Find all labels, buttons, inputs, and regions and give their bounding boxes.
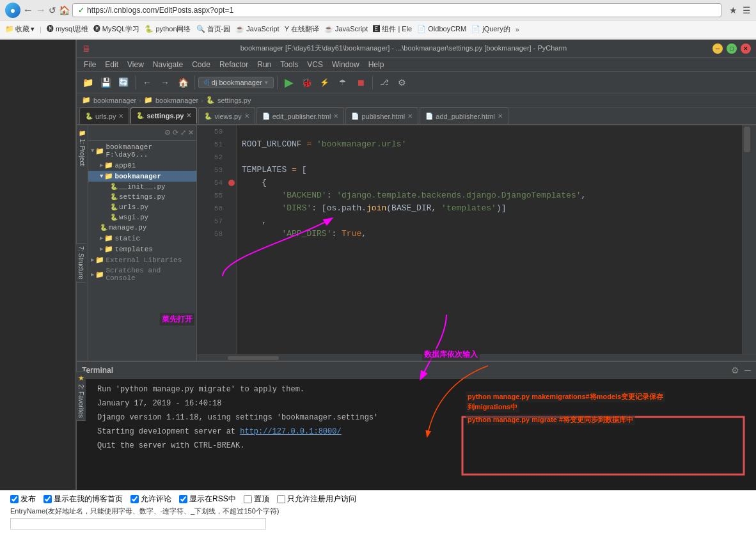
tree-item-scratches[interactable]: ▶ 📁 Scratches and Console: [88, 265, 196, 283]
stop-btn[interactable]: ⏹: [352, 74, 369, 91]
bookmark-more[interactable]: »: [516, 26, 519, 33]
publisher-close[interactable]: ✕: [407, 113, 413, 120]
menu-edit[interactable]: Edit: [100, 59, 123, 70]
allow-comment-input[interactable]: [130, 495, 139, 503]
tree-item-app01[interactable]: ▶ 📁 app01: [88, 160, 196, 171]
bookmark-element[interactable]: 🅴 组件 | Ele: [373, 24, 412, 34]
refresh-button[interactable]: ↺: [49, 5, 56, 15]
url-bar[interactable]: ✓ https://i.cnblogs.com/EditPosts.aspx?o…: [72, 3, 721, 17]
member-only-input[interactable]: [277, 495, 285, 503]
minimize-button[interactable]: ─: [713, 43, 723, 54]
breadcrumb-settings[interactable]: settings.py: [217, 97, 251, 104]
tree-item-init[interactable]: 🐍 __init__.py: [88, 182, 196, 192]
tab-publisher[interactable]: 📄 publisher.html ✕: [345, 107, 418, 124]
show-rss-check[interactable]: 显示在RSS中: [179, 494, 236, 505]
panel-sync-icon[interactable]: ⟳: [173, 129, 178, 137]
urls-py-close[interactable]: ✕: [118, 113, 123, 120]
views-py-close[interactable]: ✕: [244, 113, 249, 120]
bookmark-crm[interactable]: 📄 OldboyCRM: [417, 25, 466, 33]
menu-vcs[interactable]: VCS: [303, 59, 327, 70]
menu-icon[interactable]: ☰: [743, 5, 751, 15]
bookmark-python[interactable]: 🐍 python网络: [145, 24, 191, 34]
tree-item-root[interactable]: ▼ 📁 bookmanager F:\day6...: [88, 142, 196, 160]
tree-item-urls[interactable]: 🐍 urls.py: [88, 202, 196, 212]
show-blog-input[interactable]: [43, 495, 52, 503]
server-url[interactable]: http://127.0.0.1:8000/: [240, 427, 341, 436]
forward-button[interactable]: →: [36, 4, 46, 16]
back-nav-btn[interactable]: ←: [139, 74, 155, 91]
structure-tab[interactable]: 7: Structure: [75, 243, 86, 283]
bookmark-mysql-siweidao[interactable]: 🅜 mysql思维: [47, 24, 88, 34]
tree-item-static[interactable]: ▶ 📁 static: [88, 233, 196, 244]
tab-views[interactable]: 🐍 views.py ✕: [198, 107, 255, 124]
panel-expand-icon[interactable]: ⤢: [180, 129, 186, 137]
menu-window[interactable]: Window: [327, 59, 364, 70]
forward-nav-btn[interactable]: →: [157, 74, 173, 91]
tree-item-settings[interactable]: 🐍 settings.py: [88, 192, 196, 202]
tab-edit-publisher[interactable]: 📄 edit_publisher.html ✕: [256, 107, 345, 124]
project-dropdown[interactable]: dj dj bookmanager ▾: [198, 77, 274, 88]
settings-btn[interactable]: ⚙: [394, 74, 411, 91]
tab-settings[interactable]: 🐍 settings.py ✕: [130, 107, 197, 124]
tree-item-ext-libs[interactable]: ▶ 📁 External Libraries: [88, 255, 196, 265]
breadcrumb-sep-2: ›: [201, 97, 203, 104]
home-button[interactable]: 🏠: [59, 5, 70, 15]
menu-navigate[interactable]: Navigate: [148, 59, 187, 70]
terminal-settings-icon[interactable]: ⚙: [731, 365, 739, 375]
back-button[interactable]: ←: [23, 4, 33, 16]
bookmark-folder[interactable]: 📁 收藏 ▾: [5, 24, 35, 34]
tab-add-publisher[interactable]: 📄 add_publisher.html ✕: [420, 107, 508, 124]
profile-btn[interactable]: ⚡: [317, 74, 333, 91]
debug-btn[interactable]: 🐞: [299, 74, 315, 91]
coverage-btn[interactable]: ☂: [335, 74, 351, 91]
panel-close-icon[interactable]: ✕: [188, 129, 194, 137]
code-content[interactable]: ROOT_URLCONF = 'bookmanager.urls' TEMPLA…: [237, 125, 742, 354]
menu-run[interactable]: Run: [253, 59, 276, 70]
menu-help[interactable]: Help: [364, 59, 389, 70]
menu-tools[interactable]: Tools: [276, 59, 303, 70]
show-rss-input[interactable]: [179, 495, 187, 503]
tab-urls[interactable]: 🐍 urls.py ✕: [79, 107, 129, 124]
tree-item-manage[interactable]: 🐍 manage.py: [88, 223, 196, 233]
publish-input[interactable]: [10, 495, 19, 503]
tree-item-templates[interactable]: ▶ 📁 templates: [88, 244, 196, 255]
allow-comment-check[interactable]: 允许评论: [130, 494, 171, 505]
sync-btn[interactable]: 🔄: [115, 74, 132, 91]
star-icon[interactable]: ★: [729, 5, 737, 15]
maximize-button[interactable]: □: [727, 43, 737, 54]
bookmark-jquery[interactable]: 📄 jQuery的: [471, 24, 510, 34]
add-pub-close[interactable]: ✕: [498, 113, 503, 120]
publish-check[interactable]: 发布: [10, 494, 36, 505]
menu-file[interactable]: File: [79, 59, 100, 70]
favorites-tab[interactable]: ★ 2: Favorites: [75, 371, 86, 421]
menu-code[interactable]: Code: [187, 59, 215, 70]
tree-item-bookmanager-sub[interactable]: ▼ 📁 bookmanager: [88, 171, 196, 182]
menu-refactor[interactable]: Refactor: [215, 59, 253, 70]
panel-settings-icon[interactable]: ⚙: [164, 129, 171, 137]
show-blog-check[interactable]: 显示在我的博客首页: [43, 494, 123, 505]
tree-item-wsgi[interactable]: 🐍 wsgi.py: [88, 212, 196, 223]
bookmark-mysql-study[interactable]: 🅜 MySQL学习: [93, 24, 140, 34]
bookmark-homepage[interactable]: 🔍 首页-园: [196, 24, 231, 34]
edit-pub-close[interactable]: ✕: [333, 113, 338, 120]
vcs-btn[interactable]: ⎇: [376, 74, 393, 91]
top-check[interactable]: 置顶: [244, 494, 269, 505]
bookmark-js[interactable]: ☕ JavaScript: [235, 25, 279, 33]
breadcrumb-bookmanager1[interactable]: bookmanager: [93, 97, 136, 104]
terminal-hide-icon[interactable]: ─: [744, 365, 751, 375]
settings-py-close[interactable]: ✕: [186, 112, 191, 119]
url-text: https://i.cnblogs.com/EditPosts.aspx?opt…: [87, 6, 233, 15]
breadcrumb-bookmanager2[interactable]: bookmanager: [155, 97, 198, 104]
close-button[interactable]: ✕: [741, 43, 751, 54]
top-input[interactable]: [244, 495, 252, 503]
menu-view[interactable]: View: [123, 59, 148, 70]
editor-scrollbar[interactable]: [742, 125, 751, 354]
entry-name-input[interactable]: [10, 518, 266, 529]
run-btn[interactable]: ▶: [281, 74, 297, 91]
member-only-check[interactable]: 只允许注册用户访问: [277, 494, 356, 505]
bookmark-js2[interactable]: ☕ JavaScript: [324, 25, 368, 33]
save-btn[interactable]: 💾: [97, 74, 114, 91]
bookmark-translate[interactable]: Y 在线翻译: [285, 24, 319, 34]
open-folder-btn[interactable]: 📁: [79, 74, 96, 91]
home-nav-btn[interactable]: 🏠: [175, 74, 191, 91]
